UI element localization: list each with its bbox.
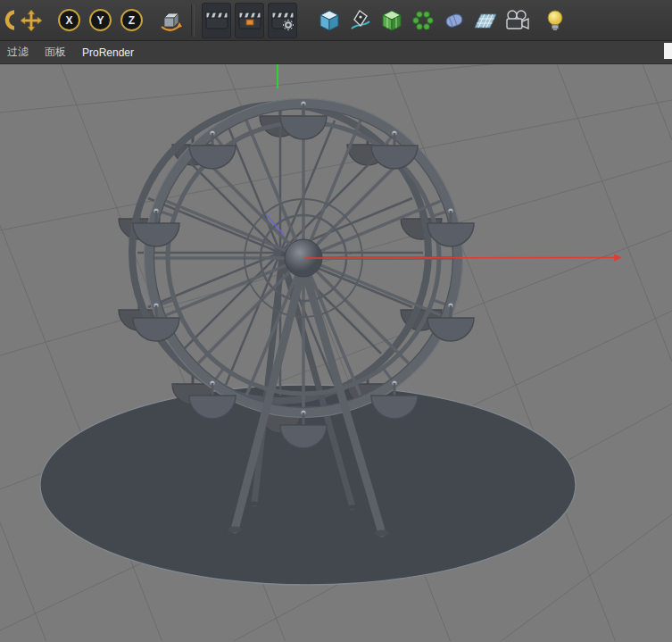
scrollbar-thumb[interactable]: [664, 43, 672, 59]
menu-item-prorender[interactable]: ProRender: [82, 46, 134, 59]
array-object-button[interactable]: [408, 3, 437, 38]
selection-tool-partial-button[interactable]: [2, 3, 14, 38]
axis-x-arrow[interactable]: [614, 254, 622, 262]
subdivision-surface-button[interactable]: [377, 3, 406, 38]
move-tool-button[interactable]: [16, 3, 46, 38]
floor-grid-button[interactable]: [470, 3, 500, 38]
render-picture-viewer-icon: [237, 9, 262, 32]
render-view-button[interactable]: [202, 3, 231, 38]
render-view-icon: [204, 9, 229, 32]
front-foot-left: [228, 527, 242, 533]
subdivision-surface-icon: [379, 8, 404, 33]
main-toolbar: X Y Z: [0, 0, 672, 41]
coordinate-system-button[interactable]: [155, 3, 185, 38]
axis-x-toggle[interactable]: X: [54, 3, 84, 38]
spline-pen-icon: [349, 9, 372, 32]
spline-pen-button[interactable]: [345, 3, 375, 38]
viewport-menubar: 过滤 面板 ProRender: [0, 41, 672, 64]
camera-icon: [503, 9, 530, 32]
menu-item-panel[interactable]: 面板: [45, 45, 66, 60]
deformer-icon: [443, 9, 466, 32]
axis-y-toggle[interactable]: Y: [86, 3, 115, 38]
viewport[interactable]: [0, 64, 672, 641]
menu-item-filter[interactable]: 过滤: [7, 45, 29, 60]
coordinate-system-icon: [158, 8, 183, 33]
deformer-button[interactable]: [439, 3, 469, 38]
axis-y-label: Y: [89, 9, 112, 31]
axis-x-handle[interactable]: [304, 258, 614, 259]
selection-tool-partial-icon: [2, 9, 14, 32]
scene-canvas[interactable]: [0, 64, 672, 641]
axis-x-label: X: [58, 9, 80, 31]
back-foot-right: [347, 505, 358, 510]
add-primitive-button[interactable]: [314, 3, 344, 38]
cinema4d-window: X Y Z: [0, 0, 672, 642]
toolbar-separator: [191, 4, 195, 37]
axis-z-label: Z: [120, 9, 143, 31]
render-settings-button[interactable]: [268, 3, 297, 38]
floor-grid-icon: [472, 9, 499, 32]
camera-button[interactable]: [502, 3, 531, 38]
axis-z-toggle[interactable]: Z: [117, 3, 146, 38]
light-icon: [543, 8, 567, 33]
render-picture-viewer-button[interactable]: [235, 3, 264, 38]
front-foot-right: [375, 530, 389, 537]
back-foot-left: [249, 502, 260, 506]
add-primitive-cube-icon: [317, 8, 342, 33]
move-tool-icon: [20, 9, 43, 32]
render-settings-icon: [270, 9, 295, 32]
array-object-icon: [411, 9, 435, 32]
light-button[interactable]: [540, 3, 569, 38]
